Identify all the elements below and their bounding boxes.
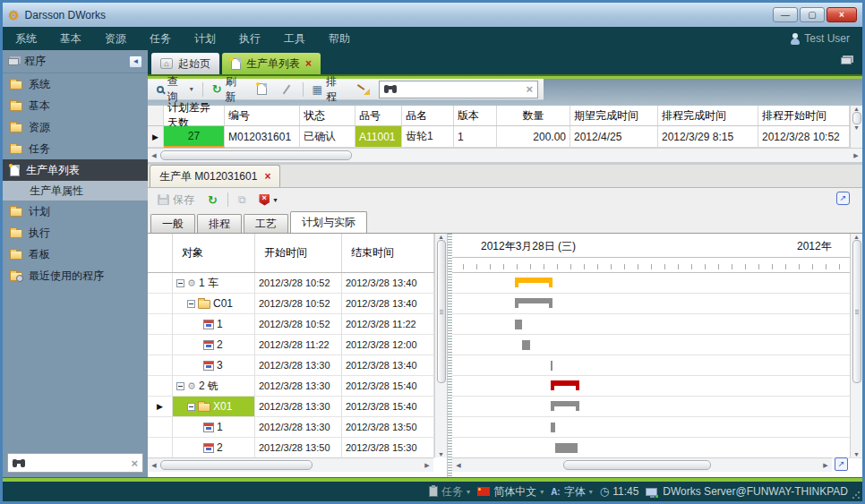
gantt-bar-task[interactable]: [515, 320, 522, 329]
scrollbar-thumb[interactable]: [160, 150, 352, 160]
schedule-table-vscrollbar[interactable]: ▲ ▼: [434, 234, 447, 457]
delete-guard-button[interactable]: ▾: [255, 192, 280, 208]
close-button[interactable]: ×: [826, 7, 857, 22]
table-row-selected[interactable]: ▶ X01 2012/3/28 13:30 2012/3/28 15:40: [148, 397, 447, 417]
status-task-menu[interactable]: 任务 ▾: [429, 484, 470, 500]
gantt-bar-task[interactable]: [551, 361, 553, 371]
collapse-node-icon[interactable]: [187, 300, 195, 308]
menu-resource[interactable]: 资源: [105, 31, 126, 47]
scrollbar-thumb[interactable]: [852, 112, 861, 124]
table-row[interactable]: ⚙ 1 车 2012/3/28 10:52 2012/3/28 13:40: [148, 273, 447, 294]
gantt-bar-summary[interactable]: [515, 298, 552, 303]
tab-start-page[interactable]: ⌂ 起始页: [151, 53, 219, 74]
status-font-menu[interactable]: A: 字体 ▾: [551, 484, 593, 500]
gantt-navigate-icon[interactable]: ↗: [835, 457, 848, 471]
column-header[interactable]: 排程开始时间: [758, 106, 850, 125]
order-row[interactable]: ▶ 27 M012031601 已确认 A11001 齿轮1 1 200.00 …: [148, 126, 862, 148]
sidebar-item-production-order-list[interactable]: 生产单列表: [3, 159, 148, 181]
edit-button[interactable]: [276, 87, 297, 92]
table-row[interactable]: 3 2012/3/28 13:30 2012/3/28 13:40: [148, 355, 447, 376]
scroll-up-icon[interactable]: ▲: [851, 106, 863, 112]
scroll-left-icon[interactable]: ◀: [148, 152, 160, 159]
status-language-menu[interactable]: 简体中文 ▾: [477, 484, 544, 500]
sidebar-item-resource[interactable]: 资源: [3, 116, 148, 138]
scrollbar-thumb[interactable]: [563, 460, 711, 470]
clean-button[interactable]: [354, 81, 373, 98]
menu-tools[interactable]: 工具: [284, 31, 305, 47]
column-header[interactable]: 排程完成时间: [658, 106, 758, 125]
gantt-bar-task[interactable]: [522, 340, 531, 350]
menu-basic[interactable]: 基本: [60, 31, 81, 47]
table-row[interactable]: 2 2012/3/28 11:22 2012/3/28 12:00: [148, 335, 447, 355]
scroll-right-icon[interactable]: ▶: [850, 152, 862, 159]
schedule-button[interactable]: ▦ 排程: [309, 73, 348, 107]
menu-help[interactable]: 帮助: [329, 31, 350, 47]
column-header[interactable]: 数量: [497, 106, 570, 125]
collapse-node-icon[interactable]: [187, 403, 195, 411]
scroll-down-icon[interactable]: ▼: [851, 451, 863, 457]
column-header[interactable]: 编号: [225, 106, 300, 125]
sidebar-search-input[interactable]: [30, 457, 126, 468]
table-row[interactable]: 2 2012/3/28 13:50 2012/3/28 15:30: [148, 438, 447, 458]
column-header[interactable]: 计划差异天数: [164, 106, 225, 125]
table-row[interactable]: 1 2012/3/28 10:52 2012/3/28 11:22: [148, 314, 447, 335]
gantt-bar-task[interactable]: [551, 423, 555, 432]
scrollbar-thumb[interactable]: [160, 460, 313, 470]
column-header[interactable]: 品名: [402, 106, 454, 125]
column-header[interactable]: 开始时间: [255, 234, 342, 272]
sidebar-item-production-order-props[interactable]: 生产单属性: [3, 181, 148, 201]
user-area[interactable]: Test User: [791, 32, 850, 45]
scroll-up-icon[interactable]: ▲: [851, 234, 863, 240]
gantt-vscrollbar[interactable]: ▲ ▼: [850, 234, 862, 457]
table-row[interactable]: 1 2012/3/28 13:30 2012/3/28 13:50: [148, 417, 447, 438]
scroll-down-icon[interactable]: ▼: [851, 124, 863, 131]
scroll-up-icon[interactable]: ▲: [435, 234, 448, 240]
column-header[interactable]: 版本: [454, 106, 497, 125]
gantt-bar-summary[interactable]: [551, 380, 580, 386]
collapse-node-icon[interactable]: [176, 279, 184, 287]
subtab-general[interactable]: 一般: [150, 214, 195, 233]
list-search-input[interactable]: [401, 84, 521, 95]
collapse-node-icon[interactable]: [176, 382, 184, 390]
detail-doc-tab[interactable]: 生产单 M012031601 ×: [150, 165, 280, 187]
sidebar-collapse-button[interactable]: ◄: [129, 56, 142, 68]
tab-production-order-list[interactable]: 生产单列表 ×: [222, 53, 321, 74]
subtab-plan-vs-actual[interactable]: 计划与实际: [290, 211, 367, 233]
minimize-button[interactable]: —: [773, 7, 798, 22]
table-row[interactable]: C01 2012/3/28 10:52 2012/3/28 13:40: [148, 294, 447, 314]
column-header[interactable]: 对象: [173, 234, 255, 272]
resize-grip[interactable]: [852, 491, 861, 500]
menu-system[interactable]: 系统: [15, 31, 37, 47]
schedule-table-hscrollbar[interactable]: ◀ ▶: [148, 457, 433, 472]
column-header[interactable]: 状态: [300, 106, 355, 125]
sidebar-item-kanban[interactable]: 看板: [3, 243, 148, 265]
scroll-right-icon[interactable]: ▶: [819, 462, 832, 469]
menu-plan[interactable]: 计划: [194, 31, 216, 47]
scrollbar-thumb[interactable]: [852, 240, 861, 383]
sidebar-search-clear-icon[interactable]: ×: [131, 457, 138, 469]
scrollbar-thumb[interactable]: [437, 240, 446, 383]
sidebar-item-plan[interactable]: 计划: [3, 201, 148, 222]
list-search-clear-icon[interactable]: ×: [526, 83, 533, 95]
sidebar-item-execute[interactable]: 执行: [3, 222, 148, 243]
tab-close-icon[interactable]: ×: [305, 58, 312, 69]
scroll-left-icon[interactable]: ◀: [452, 462, 465, 469]
table-row[interactable]: ⚙ 2 铣 2012/3/28 13:30 2012/3/28 15:40: [148, 376, 447, 397]
new-button[interactable]: [253, 81, 270, 97]
scroll-down-icon[interactable]: ▼: [435, 451, 448, 457]
orders-grid-vscrollbar[interactable]: ▲ ▼: [850, 106, 862, 148]
save-button[interactable]: 保存: [154, 191, 198, 209]
orders-grid-hscrollbar[interactable]: ◀ ▶: [148, 148, 862, 162]
subtab-schedule[interactable]: 排程: [197, 214, 242, 233]
sidebar-item-task[interactable]: 任务: [3, 138, 148, 159]
scroll-left-icon[interactable]: ◀: [148, 462, 160, 469]
subtab-process[interactable]: 工艺: [244, 214, 288, 233]
column-header[interactable]: 品号: [355, 106, 402, 125]
maximize-button[interactable]: ▢: [800, 7, 825, 22]
gantt-bar-task[interactable]: [555, 443, 578, 453]
open-new-window-icon[interactable]: ↗: [836, 192, 850, 205]
detail-refresh-button[interactable]: ↻: [204, 192, 221, 208]
sidebar-item-system[interactable]: 系统: [3, 73, 148, 95]
scroll-right-icon[interactable]: ▶: [421, 462, 433, 469]
gantt-bar-summary[interactable]: [551, 401, 580, 406]
